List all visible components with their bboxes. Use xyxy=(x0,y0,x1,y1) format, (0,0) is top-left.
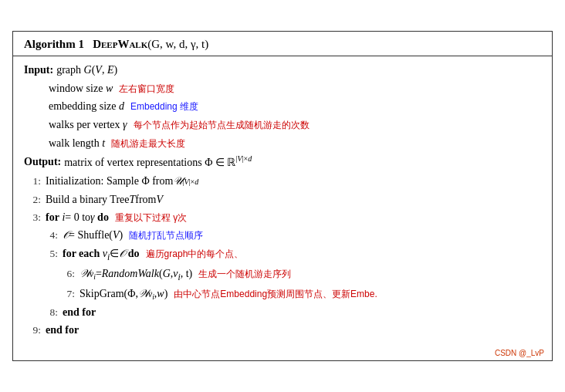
param-window: window size w 左右窗口宽度 xyxy=(49,79,541,98)
line-num-7: 7: xyxy=(58,286,75,302)
algorithm-name: DeepWalk xyxy=(93,38,147,50)
line-content-1: Initialization: Sample Φ from 𝒰|V|×d xyxy=(46,172,541,190)
line-1-superscript: |V|×d xyxy=(182,176,198,189)
param-window-text: window size w xyxy=(49,79,113,98)
line-5-annotation: 遍历graph中的每个点、 xyxy=(146,247,244,262)
kw-for-3: for xyxy=(46,208,59,226)
param-window-annotation: 左右窗口宽度 xyxy=(119,81,174,96)
line-content-5: for each vi ∈ 𝒪 do 遍历graph中的每个点、 xyxy=(63,245,541,265)
kw-for-5: for each xyxy=(63,245,100,262)
algo-line-3: 3: for i = 0 to γ do 重复以下过程 γ次 xyxy=(24,208,541,226)
kw-end-for-9: end for xyxy=(46,321,79,339)
line-num-5: 5: xyxy=(41,245,58,262)
line-content-2: Build a binary Tree T from V xyxy=(46,191,541,208)
line-content-3: for i = 0 to γ do 重复以下过程 γ次 xyxy=(46,208,541,226)
param-walk-length-text: walk length t xyxy=(49,134,105,153)
algo-line-7: 7: SkipGram(Φ, 𝒲vi, w) 由中心节点Embedding预测周… xyxy=(24,285,541,303)
algorithm-header: Algorithm 1 DeepWalk(G, w, d, γ, t) xyxy=(13,32,552,56)
param-walk-length: walk length t 随机游走最大长度 xyxy=(49,134,541,153)
line-num-9: 9: xyxy=(24,322,41,339)
line-content-9: end for xyxy=(46,321,541,339)
output-text: matrix of vertex representations Φ ∈ ℝ|V… xyxy=(64,153,252,171)
param-embedding-text: embedding size d xyxy=(49,97,124,116)
algo-line-9: 9: end for xyxy=(24,321,541,339)
line-content-6: 𝒲vi = RandomWalk(G, vi, t) 生成一个随机游走序列 xyxy=(80,265,541,285)
output-label: Output: xyxy=(24,153,61,171)
algorithm-signature: (G, w, d, γ, t) xyxy=(147,38,208,50)
line-3-annotation: 重复以下过程 γ次 xyxy=(115,211,187,226)
input-label: Input: xyxy=(24,61,53,79)
line-content-7: SkipGram(Φ, 𝒲vi, w) 由中心节点Embedding预测周围节点… xyxy=(80,285,541,303)
param-walks: walks per vertex γ 每个节点作为起始节点生成随机游走的次数 xyxy=(49,116,541,134)
line-4-annotation: 随机打乱节点顺序 xyxy=(129,228,203,244)
param-walks-text: walks per vertex γ xyxy=(49,116,127,134)
line-6-sub: vi xyxy=(90,267,96,283)
input-graph: graph G(V, E) xyxy=(56,61,117,79)
algo-line-4: 4: 𝒪 = Shuffle(V) 随机打乱节点顺序 xyxy=(24,226,541,244)
algo-line-6: 6: 𝒲vi = RandomWalk(G, vi, t) 生成一个随机游走序列 xyxy=(24,265,541,285)
kw-do-5: do xyxy=(128,245,140,262)
line-num-6: 6: xyxy=(58,265,75,282)
param-embedding: embedding size d Embedding 维度 xyxy=(49,97,541,116)
kw-do-3: do xyxy=(97,208,109,226)
line-6-annotation: 生成一个随机游走序列 xyxy=(198,267,291,282)
line-num-8: 8: xyxy=(41,304,58,321)
param-embedding-annotation: Embedding 维度 xyxy=(130,99,198,114)
algorithm-body: Input: graph G(V, E) window size w 左右窗口宽… xyxy=(13,56,552,346)
param-walk-length-annotation: 随机游走最大长度 xyxy=(111,136,185,151)
line-content-4: 𝒪 = Shuffle(V) 随机打乱节点顺序 xyxy=(63,226,541,244)
line-num-3: 3: xyxy=(24,209,41,226)
algo-line-5: 5: for each vi ∈ 𝒪 do 遍历graph中的每个点、 xyxy=(24,245,541,265)
output-superscript: |V|×d xyxy=(235,154,252,163)
algorithm-title-word: Algorithm 1 xyxy=(24,38,84,50)
line-num-1: 1: xyxy=(24,173,41,190)
line-num-4: 4: xyxy=(41,227,58,244)
line-num-2: 2: xyxy=(24,191,41,208)
input-params: window size w 左右窗口宽度 embedding size d Em… xyxy=(24,79,541,153)
csdn-credit: CSDN @_LvP xyxy=(13,347,552,360)
input-line: Input: graph G(V, E) xyxy=(24,61,541,79)
algo-line-1: 1: Initialization: Sample Φ from 𝒰|V|×d xyxy=(24,172,541,190)
algo-line-2: 2: Build a binary Tree T from V xyxy=(24,191,541,208)
line-7-annotation: 由中心节点Embedding预测周围节点、更新Embe. xyxy=(174,287,377,302)
param-walks-annotation: 每个节点作为起始节点生成随机游走的次数 xyxy=(134,117,310,133)
algo-line-8: 8: end for xyxy=(24,303,541,321)
line-content-8: end for xyxy=(63,303,541,321)
algorithm-box: Algorithm 1 DeepWalk(G, w, d, γ, t) Inpu… xyxy=(12,31,553,360)
kw-end-for-8: end for xyxy=(63,303,96,321)
line-7-sub: vi xyxy=(148,287,154,303)
output-line: Output: matrix of vertex representations… xyxy=(24,153,541,171)
